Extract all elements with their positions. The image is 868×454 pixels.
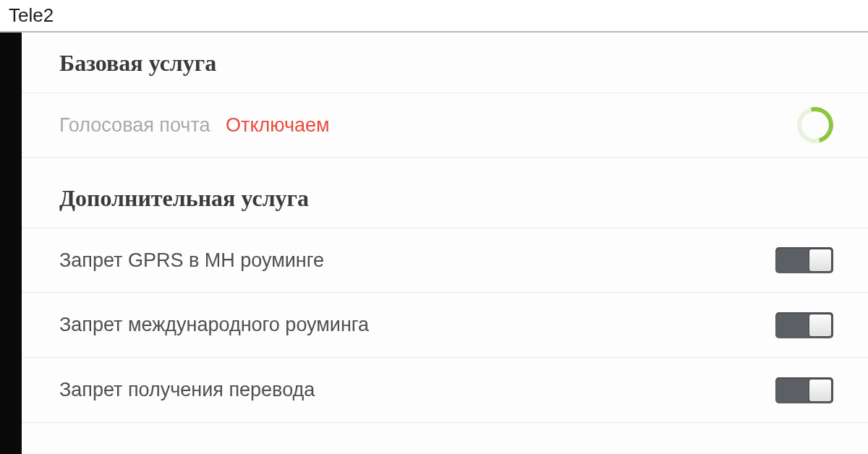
service-label: Запрет международного роуминга — [59, 314, 775, 336]
section-heading-additional: Дополнительная услуга — [22, 168, 868, 228]
service-row-transfer-block: Запрет получения перевода — [22, 358, 868, 423]
toggle-intl-roaming[interactable] — [775, 312, 833, 338]
window-title: Tele2 — [0, 0, 868, 33]
voicemail-name: Голосовая почта — [59, 114, 210, 136]
service-label: Запрет GPRS в МН роуминге — [59, 249, 775, 272]
voicemail-status: Отключаем — [226, 114, 330, 136]
toggle-knob — [809, 249, 831, 271]
toggle-knob — [809, 314, 831, 336]
toggle-knob — [809, 380, 831, 401]
service-label: Запрет получения перевода — [59, 379, 775, 401]
main-panel: Базовая услуга Голосовая почта Отключаем… — [22, 33, 868, 454]
toggle-gprs-roaming[interactable] — [775, 247, 833, 273]
voicemail-label-wrap: Голосовая почта Отключаем — [59, 114, 797, 137]
service-row-voicemail: Голосовая почта Отключаем — [22, 93, 868, 158]
loading-spinner-icon — [791, 100, 840, 150]
side-strip — [0, 33, 22, 454]
service-row-intl-roaming: Запрет международного роуминга — [22, 293, 868, 358]
section-heading-base: Базовая услуга — [22, 33, 868, 93]
service-row-gprs-roaming: Запрет GPRS в МН роуминге — [22, 228, 868, 293]
toggle-transfer-block[interactable] — [775, 377, 833, 403]
